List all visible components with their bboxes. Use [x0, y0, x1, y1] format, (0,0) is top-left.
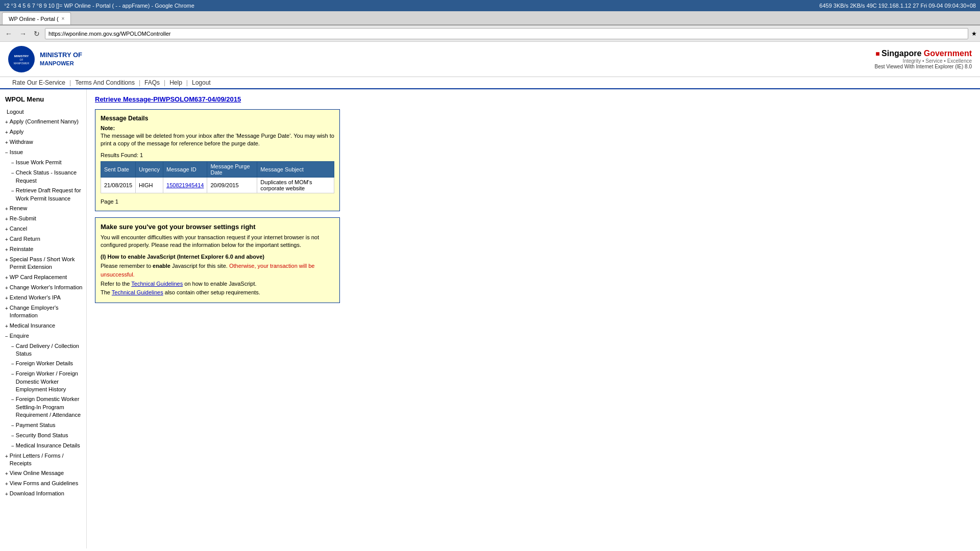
- sidebar-item-retrieve-draft[interactable]: − Retrieve Draft Request for Work Permit…: [9, 186, 86, 204]
- collapse-sub-icon: −: [11, 160, 14, 167]
- expand-icon: +: [5, 139, 8, 146]
- sidebar-item-special-pass[interactable]: + Special Pass / Short Work Permit Exten…: [0, 255, 86, 272]
- sidebar-title: WPOL Menu: [0, 93, 86, 107]
- table-row: 21/08/2015 HIGH 150821945414 20/09/2015 …: [101, 177, 334, 193]
- sidebar-item-view-online-message[interactable]: + View Online Message: [0, 468, 86, 479]
- sidebar-item-issue-work-permit[interactable]: − Issue Work Permit: [9, 158, 86, 168]
- note-label: Note:: [101, 125, 334, 131]
- sidebar-item-reinstate[interactable]: + Reinstate: [0, 244, 86, 255]
- sidebar-item-wp-card-replacement[interactable]: + WP Card Replacement: [0, 272, 86, 283]
- sidebar-item-enquire[interactable]: − Enquire: [0, 331, 86, 341]
- bookmark-icon[interactable]: ★: [971, 30, 977, 37]
- col-sent-date: Sent Date: [101, 161, 136, 177]
- browser-titlebar: °2 °3 4 5 6 7 °8 9 10 []= WP Online - Po…: [0, 0, 980, 11]
- sg-gov-label: Singapore Government: [881, 49, 972, 58]
- sidebar-item-view-forms[interactable]: + View Forms and Guidelines: [0, 479, 86, 489]
- collapse-sub-icon: −: [11, 188, 14, 195]
- settings-body: Please remember to enable Javascript for…: [101, 262, 334, 297]
- expand-icon: +: [5, 129, 8, 136]
- cell-purge-date: 20/09/2015: [207, 177, 257, 193]
- page-label: Page: [101, 198, 114, 205]
- sidebar: WPOL Menu Logout + Apply (Confinement Na…: [0, 89, 87, 548]
- svg-text:OF: OF: [20, 58, 23, 61]
- sidebar-item-apply[interactable]: + Apply: [0, 127, 86, 137]
- collapse-icon: −: [5, 149, 8, 157]
- browser-addressbar: ← → ↻ ★: [0, 26, 980, 42]
- sidebar-item-apply-confinement[interactable]: + Apply (Confinement Nanny): [0, 117, 86, 127]
- titlebar-right: 6459 3KB/s 2KB/s 49C 192.168.1.12 27 Fri…: [819, 3, 976, 9]
- main-container: WPOL Menu Logout + Apply (Confinement Na…: [0, 89, 980, 548]
- message-table: Sent Date Urgency Message ID Message Pur…: [101, 161, 334, 193]
- cell-sent-date: 21/08/2015: [101, 177, 136, 193]
- sidebar-item-check-status[interactable]: − Check Status - Issuance Request: [9, 168, 86, 186]
- refresh-button[interactable]: ↻: [32, 29, 42, 39]
- cell-subject: Duplicates of MOM's corporate website: [257, 177, 334, 193]
- nav-faqs[interactable]: FAQs: [140, 79, 164, 86]
- page-number: 1: [115, 198, 118, 205]
- logo-text: MINISTRY OF MANPOWER: [40, 51, 82, 67]
- sidebar-issue-children: − Issue Work Permit − Check Status - Iss…: [0, 158, 86, 204]
- tech-guidelines-link-2[interactable]: Technical Guidelines: [112, 289, 163, 295]
- sidebar-item-resubmit[interactable]: + Re-Submit: [0, 214, 86, 224]
- address-input[interactable]: [45, 28, 968, 39]
- tab-close-button[interactable]: ×: [62, 16, 65, 21]
- svg-text:MINISTRY: MINISTRY: [14, 55, 29, 58]
- browser-tab[interactable]: WP Online - Portal ( ×: [2, 12, 71, 24]
- sidebar-item-fdw-settling[interactable]: − Foreign Domestic Worker Settling-In Pr…: [9, 394, 86, 420]
- manpower-label: MANPOWER: [40, 60, 82, 67]
- col-purge-date: Message Purge Date: [207, 161, 257, 177]
- sidebar-item-card-delivery[interactable]: − Card Delivery / Collection Status: [9, 341, 86, 359]
- sidebar-item-security-bond[interactable]: − Security Bond Status: [9, 431, 86, 441]
- ministry-label: MINISTRY OF: [40, 51, 82, 60]
- mom-logo: MINISTRY OF MANPOWER: [8, 46, 35, 72]
- message-details-title: Message Details: [101, 115, 334, 122]
- sidebar-item-medical-insurance[interactable]: + Medical Insurance: [0, 321, 86, 331]
- sidebar-item-withdraw[interactable]: + Withdraw: [0, 137, 86, 147]
- message-id-link[interactable]: 150821945414: [166, 182, 204, 188]
- col-message-id: Message ID: [163, 161, 207, 177]
- content-area: Retrieve Message-PIWPSOLOM637-04/09/2015…: [87, 89, 980, 548]
- sidebar-item-change-worker[interactable]: + Change Worker's Information: [0, 283, 86, 293]
- sidebar-item-payment-status[interactable]: − Payment Status: [9, 420, 86, 431]
- sidebar-item-renew[interactable]: + Renew: [0, 204, 86, 214]
- col-subject: Message Subject: [257, 161, 334, 177]
- note-text: The message will be deleted from your in…: [101, 132, 334, 148]
- browser-note: Best Viewed With Internet Explorer (IE) …: [875, 64, 972, 69]
- nav-rate-eservice[interactable]: Rate Our E-Service: [8, 79, 69, 86]
- sidebar-item-foreign-worker-details[interactable]: − Foreign Worker Details: [9, 359, 86, 369]
- sidebar-item-download-info[interactable]: + Download Information: [0, 489, 86, 499]
- nav-help[interactable]: Help: [165, 79, 186, 86]
- titlebar-text: °2 °3 4 5 6 7 °8 9 10 []= WP Online - Po…: [4, 3, 194, 9]
- sidebar-item-extend-ipa[interactable]: + Extend Worker's IPA: [0, 293, 86, 303]
- sidebar-item-card-return[interactable]: + Card Return: [0, 234, 86, 244]
- col-urgency: Urgency: [136, 161, 163, 177]
- page-title[interactable]: Retrieve Message-PIWPSOLOM637-04/09/2015: [95, 95, 972, 103]
- svg-text:MANPOWER: MANPOWER: [14, 62, 29, 65]
- page-info: Page 1: [101, 197, 334, 206]
- top-nav: Rate Our E-Service | Terms And Condition…: [0, 77, 980, 89]
- logo-area: MINISTRY OF MANPOWER MINISTRY OF MANPOWE…: [8, 46, 82, 72]
- sidebar-logout-label: Logout: [7, 108, 24, 116]
- sidebar-item-print-letters[interactable]: + Print Letters / Forms / Receipts: [0, 451, 86, 469]
- back-button[interactable]: ←: [3, 29, 14, 39]
- expand-icon: +: [5, 119, 8, 126]
- sidebar-item-cancel[interactable]: + Cancel: [0, 224, 86, 234]
- browser-tabbar: WP Online - Portal ( ×: [0, 11, 980, 26]
- sidebar-item-issue[interactable]: − Issue: [0, 147, 86, 158]
- nav-logout[interactable]: Logout: [188, 79, 215, 86]
- settings-subtitle: (I) How to enable JavaScript (Internet E…: [101, 254, 334, 260]
- gov-branding: ■ Singapore Government Integrity • Servi…: [875, 49, 972, 69]
- collapse-sub-icon: −: [11, 170, 14, 177]
- browser-settings-box: Make sure you've got your browser settin…: [95, 217, 340, 303]
- sidebar-item-medical-insurance-details[interactable]: − Medical Insurance Details: [9, 441, 86, 451]
- nav-terms[interactable]: Terms And Conditions: [71, 79, 139, 86]
- page-header: MINISTRY OF MANPOWER MINISTRY OF MANPOWE…: [0, 42, 980, 77]
- tab-label: WP Online - Portal (: [9, 16, 59, 22]
- sidebar-item-change-employer[interactable]: + Change Employer's Information: [0, 303, 86, 321]
- sidebar-item-logout[interactable]: Logout: [0, 107, 86, 117]
- tech-guidelines-link-1[interactable]: Technical Guidelines: [131, 281, 183, 287]
- sidebar-enquire-children: − Card Delivery / Collection Status − Fo…: [0, 341, 86, 451]
- tagline: Integrity • Service • Excellence: [875, 58, 972, 64]
- forward-button[interactable]: →: [17, 29, 29, 39]
- sidebar-item-fw-employment-history[interactable]: − Foreign Worker / Foreign Domestic Work…: [9, 369, 86, 394]
